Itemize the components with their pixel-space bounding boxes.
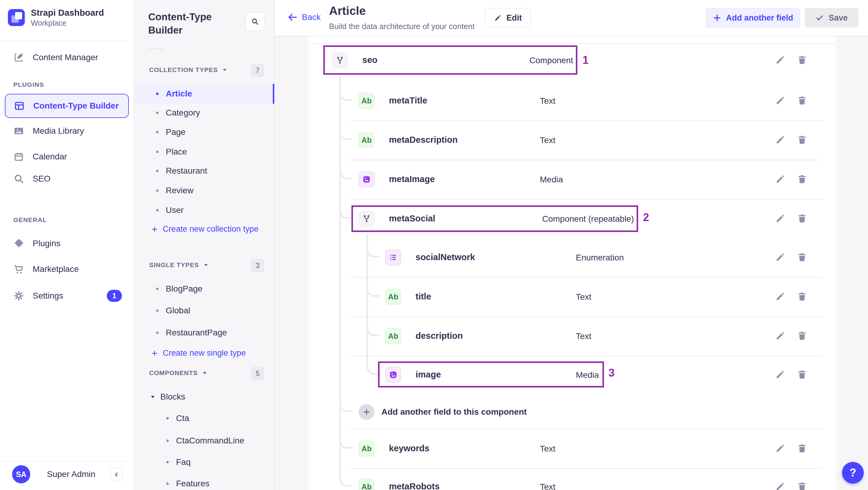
delete-field-button[interactable]: [797, 174, 807, 184]
edit-field-button[interactable]: [775, 369, 786, 380]
field-row-metadescription[interactable]: Ab metaDescription Text: [309, 120, 836, 160]
subnav-item-global[interactable]: Global: [134, 301, 275, 320]
avatar[interactable]: SA: [12, 465, 30, 483]
subnav-item-place[interactable]: Place: [134, 142, 275, 162]
edit-field-button[interactable]: [775, 213, 786, 224]
pencil-icon: [494, 14, 502, 22]
back-link[interactable]: Back: [287, 12, 320, 22]
edit-field-button[interactable]: [775, 95, 786, 106]
field-name: metaImage: [389, 174, 435, 184]
edit-button[interactable]: Edit: [485, 8, 531, 28]
delete-field-button[interactable]: [797, 134, 807, 145]
edit-field-button[interactable]: [775, 330, 786, 341]
subnav-item-faq[interactable]: Faq: [134, 452, 275, 472]
subnav-item-review[interactable]: Review: [134, 181, 275, 201]
workspace-subtitle: Workplace: [31, 18, 104, 28]
app-root: Strapi Dashboard Workplace Content Manag…: [0, 0, 868, 490]
subnav-search-button[interactable]: [246, 12, 264, 31]
sidebar-item-media-library[interactable]: Media Library: [5, 119, 129, 143]
add-another-field-button[interactable]: Add another field: [706, 8, 800, 28]
subnav-item-label: Review: [166, 186, 193, 195]
subnav-item-cta[interactable]: Cta: [134, 408, 275, 428]
create-single-type-label: Create new single type: [163, 348, 246, 358]
subnav-item-page[interactable]: Page: [134, 122, 275, 142]
add-field-to-component-label[interactable]: Add another field to this component: [381, 407, 527, 417]
edit-field-button[interactable]: [775, 55, 786, 65]
add-field-to-component-row[interactable]: Add another field to this component: [309, 392, 836, 432]
edit-field-button[interactable]: [775, 443, 786, 454]
field-row-metatitle[interactable]: Ab metaTitle Text: [309, 81, 836, 120]
field-row-description[interactable]: Ab description Text: [309, 316, 836, 356]
subnav-item-label: Place: [166, 147, 187, 157]
delete-field-button[interactable]: [797, 369, 807, 380]
plus-icon[interactable]: [359, 404, 374, 420]
delete-field-button[interactable]: [797, 213, 807, 224]
brand[interactable]: Strapi Dashboard Workplace: [8, 7, 104, 28]
subnav-item-user[interactable]: User: [134, 200, 275, 220]
bullet-icon: [156, 131, 158, 133]
delete-field-button[interactable]: [797, 95, 807, 106]
bullet-icon: [156, 189, 158, 192]
single-types-header[interactable]: SINGLE TYPES: [149, 261, 208, 269]
field-row-keywords[interactable]: Ab keywords Text: [309, 429, 836, 468]
bullet-icon: [156, 93, 158, 95]
sidebar-item-calendar[interactable]: Calendar: [5, 145, 129, 169]
annotation-frame-2: [351, 205, 638, 232]
component-group-blocks[interactable]: Blocks: [151, 392, 185, 402]
subnav-item-label: Article: [166, 89, 192, 99]
save-button[interactable]: Save: [805, 8, 858, 28]
subnav-item-label: RestaurantPage: [166, 328, 227, 338]
delete-field-button[interactable]: [797, 481, 807, 490]
edit-field-button[interactable]: [775, 134, 786, 145]
subnav-item-restaurantpage[interactable]: RestaurantPage: [134, 323, 275, 343]
layout-icon: [14, 100, 25, 111]
delete-field-button[interactable]: [797, 291, 807, 302]
subnav-item-blogpage[interactable]: BlogPage: [134, 279, 275, 299]
help-button[interactable]: ?: [842, 462, 864, 484]
delete-field-button[interactable]: [797, 330, 807, 341]
cart-icon: [13, 264, 24, 275]
field-row-socialnetwork[interactable]: socialNetwork Enumeration: [309, 238, 836, 277]
delete-field-button[interactable]: [797, 55, 807, 65]
subnav-title: Content-Type Builder: [148, 10, 236, 37]
field-row-metarobots[interactable]: Ab metaRobots Text: [309, 467, 836, 490]
edit-field-button[interactable]: [775, 291, 786, 302]
collapse-sidebar-button[interactable]: [111, 468, 122, 481]
collection-types-label: COLLECTION TYPES: [149, 66, 218, 73]
edit-field-button[interactable]: [775, 174, 786, 184]
main-sidebar: Strapi Dashboard Workplace Content Manag…: [0, 0, 134, 490]
create-collection-type-link[interactable]: Create new collection type: [151, 224, 258, 234]
sidebar-item-seo[interactable]: SEO: [5, 167, 129, 191]
settings-badge: 1: [107, 290, 122, 302]
field-row-title[interactable]: Ab title Text: [309, 277, 836, 316]
nav-section-plugins: PLUGINS: [13, 81, 44, 88]
bullet-icon: [156, 112, 158, 114]
subnav-item-label: Cta: [176, 414, 189, 423]
field-row-metaimage[interactable]: metaImage Media: [309, 160, 836, 199]
components-header[interactable]: COMPONENTS: [149, 369, 207, 376]
subnav-item-ctacommandline[interactable]: CtaCommandLine: [134, 431, 275, 451]
components-count: 5: [251, 367, 264, 380]
sidebar-item-marketplace[interactable]: Marketplace: [5, 257, 129, 281]
subnav-item-features[interactable]: Features: [134, 474, 275, 490]
single-types-count: 3: [251, 259, 264, 272]
sidebar-item-plugins[interactable]: Plugins: [5, 232, 129, 255]
delete-field-button[interactable]: [797, 252, 807, 263]
ctb-subnav: Content-Type Builder COLLECTION TYPES 7 …: [134, 0, 275, 490]
sidebar-item-content-manager[interactable]: Content Manager: [5, 45, 129, 69]
subnav-item-article[interactable]: Article: [134, 84, 275, 104]
subnav-item-restaurant[interactable]: Restaurant: [134, 161, 275, 181]
subnav-item-label: BlogPage: [166, 284, 202, 294]
collection-types-header[interactable]: COLLECTION TYPES: [149, 66, 227, 73]
text-field-icon: Ab: [359, 479, 374, 490]
sidebar-divider: [0, 40, 134, 41]
sidebar-item-content-type-builder[interactable]: Content-Type Builder: [5, 94, 129, 118]
workspace-title: Strapi Dashboard: [31, 7, 104, 18]
delete-field-button[interactable]: [797, 443, 807, 454]
subnav-item-category[interactable]: Category: [134, 103, 275, 123]
create-single-type-link[interactable]: Create new single type: [151, 348, 246, 358]
bullet-icon: [166, 439, 169, 442]
edit-field-button[interactable]: [775, 252, 786, 263]
component-group-label: Blocks: [160, 392, 185, 402]
edit-field-button[interactable]: [775, 481, 786, 490]
